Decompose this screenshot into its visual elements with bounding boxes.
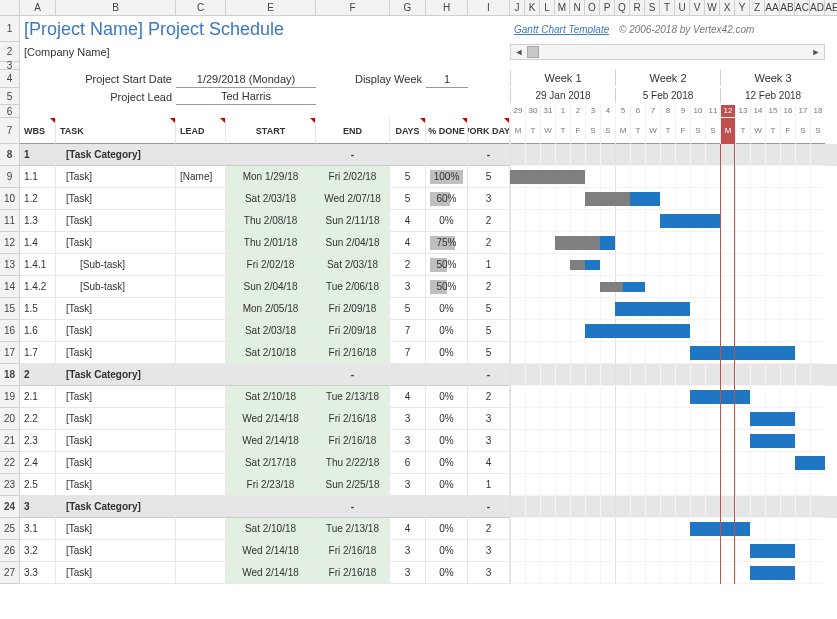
gantt-bar[interactable] xyxy=(750,566,795,580)
start-cell[interactable] xyxy=(226,144,316,166)
workdays-cell[interactable]: 2 xyxy=(468,518,510,540)
start-cell[interactable]: Fri 2/02/18 xyxy=(226,254,316,276)
lead-cell[interactable] xyxy=(176,144,226,166)
days-cell[interactable] xyxy=(390,496,426,518)
col-wbs[interactable]: WBS xyxy=(20,118,56,144)
workdays-cell[interactable]: 2 xyxy=(468,276,510,298)
col-workdays[interactable]: WORK DAYS xyxy=(468,118,510,144)
row-header[interactable]: 7 xyxy=(0,118,20,144)
column-header[interactable]: V xyxy=(690,0,705,15)
days-cell[interactable]: 4 xyxy=(390,232,426,254)
task-cell[interactable]: [Task Category] xyxy=(56,364,176,386)
end-cell[interactable]: - xyxy=(316,496,390,518)
row-header[interactable]: 6 xyxy=(0,105,20,118)
days-cell[interactable]: 2 xyxy=(390,254,426,276)
column-header[interactable]: U xyxy=(675,0,690,15)
lead-cell[interactable] xyxy=(176,320,226,342)
row-header[interactable]: 10 xyxy=(0,188,20,210)
wbs-cell[interactable]: 3 xyxy=(20,496,56,518)
start-cell[interactable]: Wed 2/14/18 xyxy=(226,540,316,562)
column-header[interactable]: R xyxy=(630,0,645,15)
pct-cell[interactable]: 60% xyxy=(426,188,468,210)
days-cell[interactable]: 7 xyxy=(390,342,426,364)
start-cell[interactable]: Sat 2/03/18 xyxy=(226,320,316,342)
row-header[interactable]: 24 xyxy=(0,496,20,518)
column-header[interactable]: M xyxy=(555,0,570,15)
workdays-cell[interactable]: 3 xyxy=(468,408,510,430)
days-cell[interactable]: 7 xyxy=(390,320,426,342)
pct-cell[interactable]: 0% xyxy=(426,320,468,342)
workdays-cell[interactable]: - xyxy=(468,144,510,166)
category-row[interactable]: 243[Task Category]-- xyxy=(0,496,837,518)
gantt-bar[interactable] xyxy=(660,214,720,228)
wbs-cell[interactable]: 1.4.1 xyxy=(20,254,56,276)
lead-cell[interactable] xyxy=(176,254,226,276)
end-cell[interactable]: Sun 2/25/18 xyxy=(316,474,390,496)
wbs-cell[interactable]: 3.1 xyxy=(20,518,56,540)
column-header[interactable]: AA xyxy=(765,0,780,15)
start-cell[interactable] xyxy=(226,496,316,518)
task-row[interactable]: 222.4[Task]Sat 2/17/18Thu 2/22/1860%4 xyxy=(0,452,837,474)
gantt-bar[interactable] xyxy=(600,282,645,292)
lead-cell[interactable] xyxy=(176,562,226,584)
row-header[interactable]: 15 xyxy=(0,298,20,320)
column-header[interactable]: E xyxy=(226,0,316,15)
wbs-cell[interactable]: 1.1 xyxy=(20,166,56,188)
col-lead[interactable]: LEAD xyxy=(176,118,226,144)
scroll-thumb[interactable] xyxy=(527,46,539,58)
category-row[interactable]: 182[Task Category]-- xyxy=(0,364,837,386)
column-header[interactable]: AD xyxy=(810,0,825,15)
task-cell[interactable]: [Task] xyxy=(56,188,176,210)
gantt-bar[interactable] xyxy=(615,302,690,316)
row-header[interactable]: 9 xyxy=(0,166,20,188)
row-header[interactable]: 3 xyxy=(0,62,20,70)
task-cell[interactable]: [Sub-task] xyxy=(56,254,176,276)
task-row[interactable]: 141.4.2[Sub-task]Sun 2/04/18Tue 2/06/183… xyxy=(0,276,837,298)
gantt-bar[interactable] xyxy=(585,192,660,206)
gantt-bar[interactable] xyxy=(570,260,600,270)
column-header[interactable]: AB xyxy=(780,0,795,15)
task-row[interactable]: 101.2[Task]Sat 2/03/18Wed 2/07/18560%3 xyxy=(0,188,837,210)
lead-cell[interactable] xyxy=(176,452,226,474)
workdays-cell[interactable]: 5 xyxy=(468,298,510,320)
lead-cell[interactable] xyxy=(176,232,226,254)
wbs-cell[interactable]: 2.1 xyxy=(20,386,56,408)
row-header[interactable]: 19 xyxy=(0,386,20,408)
days-cell[interactable]: 5 xyxy=(390,188,426,210)
days-cell[interactable]: 4 xyxy=(390,386,426,408)
pct-cell[interactable]: 100% xyxy=(426,166,468,188)
task-row[interactable]: 111.3[Task]Thu 2/08/18Sun 2/11/1840%2 xyxy=(0,210,837,232)
task-row[interactable]: 212.3[Task]Wed 2/14/18Fri 2/16/1830%3 xyxy=(0,430,837,452)
lead-cell[interactable] xyxy=(176,342,226,364)
task-cell[interactable]: [Task] xyxy=(56,474,176,496)
start-cell[interactable] xyxy=(226,364,316,386)
wbs-cell[interactable]: 1.5 xyxy=(20,298,56,320)
task-row[interactable]: 192.1[Task]Sat 2/10/18Tue 2/13/1840%2 xyxy=(0,386,837,408)
workdays-cell[interactable]: 3 xyxy=(468,188,510,210)
task-row[interactable]: 232.5[Task]Fri 2/23/18Sun 2/25/1830%1 xyxy=(0,474,837,496)
task-cell[interactable]: [Task] xyxy=(56,166,176,188)
pct-cell[interactable]: 0% xyxy=(426,452,468,474)
task-row[interactable]: 121.4[Task]Thu 2/01/18Sun 2/04/18475%2 xyxy=(0,232,837,254)
select-all-corner[interactable] xyxy=(0,0,20,15)
lead-cell[interactable] xyxy=(176,474,226,496)
pct-cell[interactable]: 0% xyxy=(426,474,468,496)
column-header[interactable]: C xyxy=(176,0,226,15)
end-cell[interactable]: - xyxy=(316,364,390,386)
start-cell[interactable]: Thu 2/01/18 xyxy=(226,232,316,254)
row-header[interactable]: 21 xyxy=(0,430,20,452)
column-header[interactable]: O xyxy=(585,0,600,15)
workdays-cell[interactable]: 5 xyxy=(468,166,510,188)
wbs-cell[interactable]: 1.3 xyxy=(20,210,56,232)
wbs-cell[interactable]: 3.2 xyxy=(20,540,56,562)
wbs-cell[interactable]: 2.3 xyxy=(20,430,56,452)
row-header[interactable]: 23 xyxy=(0,474,20,496)
end-cell[interactable]: Fri 2/16/18 xyxy=(316,430,390,452)
wbs-cell[interactable]: 3.3 xyxy=(20,562,56,584)
task-cell[interactable]: [Task] xyxy=(56,518,176,540)
task-cell[interactable]: [Task] xyxy=(56,452,176,474)
lead-cell[interactable] xyxy=(176,386,226,408)
pct-cell[interactable]: 50% xyxy=(426,276,468,298)
start-cell[interactable]: Fri 2/23/18 xyxy=(226,474,316,496)
gantt-bar[interactable] xyxy=(750,412,795,426)
